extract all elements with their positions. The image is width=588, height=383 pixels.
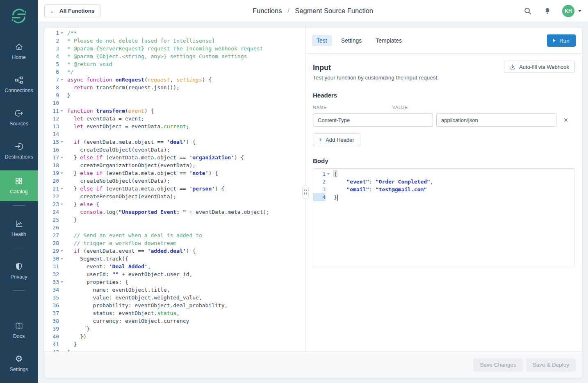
line-number: 27 (44, 231, 59, 239)
fold-slot (59, 270, 65, 278)
code-text: return transform(request.json()); (67, 84, 180, 91)
fold-toggle-icon[interactable] (59, 29, 65, 37)
code-text: { (334, 170, 337, 178)
avatar[interactable]: KH (562, 5, 574, 17)
code-line-13: 13 let eventObject = eventData.current; (44, 122, 305, 130)
sidebar-item-sources[interactable]: Sources (0, 104, 38, 131)
source-code-editor[interactable]: 1/**2* Please do not delete [used for In… (44, 28, 305, 351)
header-value-input[interactable] (436, 113, 556, 127)
save-deploy-button[interactable]: Save & Deploy (526, 358, 576, 372)
request-body-editor[interactable]: 1{2 "event": "Order Completed",3 "email"… (313, 168, 575, 267)
sidebar-item-label: Catalog (10, 189, 27, 195)
fold-toggle-icon[interactable] (59, 247, 65, 255)
line-number: 14 (44, 130, 59, 138)
sidebar-item-docs[interactable]: Docs (0, 317, 38, 344)
breadcrumb-functions[interactable]: Functions (253, 7, 282, 14)
code-text: createNoteObject(eventData); (67, 177, 170, 185)
line-number: 42 (44, 348, 59, 351)
line-number: 32 (44, 270, 59, 278)
code-text: // trigger a workflow downstream (67, 239, 176, 247)
code-line-22: 22 createPersonObject(eventData); (44, 193, 305, 200)
fold-toggle-icon[interactable] (59, 138, 65, 146)
search-icon[interactable] (523, 6, 533, 16)
download-icon (510, 64, 516, 70)
line-number: 2 (313, 178, 326, 186)
code-line-38: 38 currency: eventObject.currency (44, 317, 305, 325)
code-line-29: 29 if (eventData.event == 'added.deal') … (44, 247, 305, 255)
fold-toggle-icon[interactable] (59, 76, 65, 84)
header-name-input[interactable] (313, 113, 433, 127)
user-menu[interactable]: KH (562, 5, 581, 17)
breadcrumb: Functions / Segment Source Function (38, 7, 588, 15)
code-text: } (67, 91, 71, 99)
sidebar-divider (13, 290, 25, 291)
fold-toggle-icon[interactable] (59, 255, 65, 263)
all-functions-back-button[interactable]: ← All Functions (44, 5, 100, 17)
sidebar-item-destinations[interactable]: Destinations (0, 137, 38, 165)
run-button[interactable]: Run (547, 34, 576, 47)
fold-toggle-icon[interactable] (59, 154, 65, 161)
tab-test[interactable]: Test (312, 35, 332, 46)
fold-toggle-icon[interactable] (59, 200, 65, 208)
header-column-labels: NAME VALUE (313, 105, 575, 110)
line-number: 31 (44, 263, 59, 270)
code-text: } (67, 216, 77, 224)
sidebar-item-catalog[interactable]: Catalog (0, 170, 38, 201)
save-changes-button[interactable]: Save Changes (473, 358, 523, 372)
panel-resize-handle[interactable] (302, 186, 309, 199)
code-text: } else if (eventData.meta.object == 'not… (67, 169, 218, 177)
code-text: createPersonObject(eventData); (67, 193, 176, 200)
sidebar-item-settings[interactable]: ⚙Settings (0, 350, 38, 377)
sidebar-item-health[interactable]: Health (0, 215, 38, 242)
code-line-40: 40 }) (44, 333, 305, 340)
sidebar-item-privacy[interactable]: Privacy (0, 257, 38, 285)
function-editor-card: 1/**2* Please do not delete [used for In… (44, 28, 582, 378)
line-number: 4 (313, 193, 326, 201)
line-number: 26 (44, 224, 59, 231)
code-text: Segment.track({ (67, 255, 128, 263)
line-number: 25 (44, 216, 59, 224)
code-text: let eventObject = eventData.current; (67, 122, 189, 130)
code-text: * @return void (67, 60, 112, 68)
fold-toggle-icon[interactable] (59, 107, 65, 115)
sidebar-item-connections[interactable]: Connections (0, 71, 38, 98)
code-line-27: 27 // Send an event when a deal is added… (44, 231, 305, 239)
code-line-32: 32 userId: "" + eventObject.user_id, (44, 270, 305, 278)
add-header-button[interactable]: + Add Header (313, 133, 360, 146)
sidebar-item-label: Health (11, 231, 26, 237)
line-number: 6 (44, 68, 59, 76)
code-text: if (eventData.event == 'added.deal') { (67, 247, 196, 255)
notifications-bell-icon[interactable] (542, 6, 552, 16)
input-section-subtitle: Test your function by customizing the in… (313, 75, 575, 81)
tab-settings[interactable]: Settings (337, 35, 367, 46)
fold-slot (59, 239, 65, 247)
line-number: 35 (44, 294, 59, 301)
line-number: 3 (44, 45, 59, 52)
code-line-6: 6*/ (44, 68, 305, 76)
fold-toggle-icon[interactable] (59, 169, 65, 177)
code-line-20: 20 createNoteObject(eventData); (44, 177, 305, 185)
fold-slot (59, 68, 65, 76)
line-number: 37 (44, 309, 59, 317)
remove-header-icon[interactable]: ✕ (563, 117, 568, 123)
fold-toggle-icon[interactable] (59, 185, 65, 193)
sidebar-item-home[interactable]: Home (0, 38, 38, 65)
line-number: 1 (313, 170, 326, 178)
line-number: 11 (44, 107, 59, 115)
code-line-9: 9} (44, 91, 305, 99)
line-number: 29 (44, 247, 59, 255)
line-number: 7 (44, 76, 59, 84)
fold-toggle-icon[interactable] (326, 170, 331, 178)
test-panel: TestSettingsTemplates Run Input Test you… (305, 28, 582, 351)
code-text: * Please do not delete [used for Intelli… (67, 37, 215, 45)
code-text: } else if (eventData.meta.object == 'org… (67, 154, 244, 161)
fold-toggle-icon[interactable] (59, 278, 65, 286)
line-number: 10 (44, 99, 59, 107)
tab-templates[interactable]: Templates (371, 35, 406, 46)
code-line-42: 42} (44, 348, 305, 351)
autofill-webhook-button[interactable]: Auto-fill via Webhook (504, 61, 575, 73)
segment-logo[interactable] (0, 0, 38, 29)
code-line-2: 2 "event": "Order Completed", (313, 178, 574, 186)
settings-icon: ⚙ (15, 354, 23, 364)
code-line-34: 34 name: eventObject.title, (44, 286, 305, 294)
